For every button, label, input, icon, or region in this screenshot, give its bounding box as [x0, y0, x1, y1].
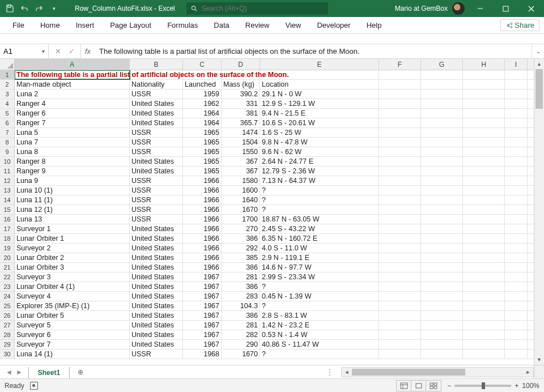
cell-location[interactable]: 2.64 N - 24.77 E: [260, 157, 379, 166]
row-header-16[interactable]: 16: [0, 215, 15, 224]
cell-mass[interactable]: 290: [222, 340, 260, 349]
row-header-14[interactable]: 14: [0, 195, 15, 205]
cell[interactable]: [379, 195, 421, 204]
cells-area[interactable]: The following table is a partial list of…: [15, 70, 534, 365]
zoom-level[interactable]: 100%: [522, 382, 539, 390]
cell-location[interactable]: 0.45 N - 1.39 W: [260, 292, 379, 301]
row-header-6[interactable]: 6: [0, 118, 15, 128]
row-header-21[interactable]: 21: [0, 263, 15, 272]
cell-nationality[interactable]: USSR: [130, 215, 183, 224]
new-sheet-button[interactable]: ⊕: [74, 366, 87, 378]
cell-launched[interactable]: 1967: [183, 311, 222, 320]
row-header-15[interactable]: 15: [0, 205, 15, 215]
cell-mass[interactable]: 104.3: [222, 301, 260, 310]
header-launched[interactable]: Launched: [183, 80, 222, 89]
cell-launched[interactable]: 1965: [183, 138, 222, 147]
cell-nationality[interactable]: United States: [130, 157, 183, 166]
column-header-D[interactable]: D: [222, 59, 260, 70]
cell[interactable]: [463, 282, 505, 291]
tab-developer[interactable]: Developer: [309, 17, 358, 33]
cell-object[interactable]: Luna 11 (1): [15, 195, 130, 204]
row-header-23[interactable]: 23: [0, 282, 15, 292]
cell-location[interactable]: 9.4 N - 21.5 E: [260, 109, 379, 118]
cell-mass[interactable]: 281: [222, 321, 260, 330]
cell[interactable]: [463, 321, 505, 330]
cell[interactable]: [379, 234, 421, 243]
cell[interactable]: [421, 90, 463, 99]
cell[interactable]: [421, 157, 463, 166]
cell-object[interactable]: Surveyor 3: [15, 272, 130, 282]
cell[interactable]: [421, 118, 463, 127]
cell-mass[interactable]: 331: [222, 99, 260, 108]
cell-launched[interactable]: 1966: [183, 244, 222, 253]
cell[interactable]: [379, 99, 421, 108]
cell-object[interactable]: Luna 14 (1): [15, 350, 130, 359]
zoom-slider-handle[interactable]: [482, 382, 485, 389]
cell[interactable]: [505, 244, 528, 253]
cell[interactable]: [505, 301, 528, 310]
close-button[interactable]: [518, 0, 544, 17]
cell[interactable]: [463, 215, 505, 224]
sheet-nav-next-icon[interactable]: ►: [16, 368, 23, 376]
page-layout-view-button[interactable]: [411, 381, 426, 391]
cell-object[interactable]: Luna 13: [15, 215, 130, 224]
row-header-11[interactable]: 11: [0, 167, 15, 176]
cell-object[interactable]: Luna 2: [15, 90, 130, 99]
cell-object[interactable]: Lunar Orbiter 4 (1): [15, 282, 130, 291]
cell-launched[interactable]: 1968: [183, 350, 222, 359]
search-input[interactable]: [202, 5, 324, 12]
zoom-slider[interactable]: [454, 385, 511, 387]
sheet-tab-active[interactable]: Sheet1: [28, 367, 70, 379]
chevron-down-icon[interactable]: ▾: [42, 48, 45, 54]
cell[interactable]: [463, 147, 505, 156]
cell-object[interactable]: Ranger 9: [15, 167, 130, 176]
formula-input[interactable]: The following table is a partial list of…: [95, 47, 532, 56]
cell[interactable]: [379, 205, 421, 214]
row-header-9[interactable]: 9: [0, 147, 15, 157]
cell-location[interactable]: 1.6 S - 25 W: [260, 128, 379, 137]
cell-launched[interactable]: 1967: [183, 330, 222, 339]
cell[interactable]: [379, 224, 421, 233]
row-header-20[interactable]: 20: [0, 253, 15, 263]
cell-location[interactable]: 7.13 N - 64.37 W: [260, 176, 379, 185]
header-location[interactable]: Location: [260, 80, 379, 89]
tab-home[interactable]: Home: [32, 17, 68, 33]
cell-object[interactable]: Luna 10 (1): [15, 186, 130, 195]
cell-mass[interactable]: 365.7: [222, 118, 260, 127]
cell-nationality[interactable]: United States: [130, 244, 183, 253]
row-header-22[interactable]: 22: [0, 272, 15, 282]
fx-button[interactable]: fx: [81, 47, 95, 56]
cell[interactable]: [379, 350, 421, 359]
cell[interactable]: [379, 272, 421, 282]
cell-launched[interactable]: 1965: [183, 128, 222, 137]
sheet-nav-prev-icon[interactable]: ◄: [6, 368, 12, 376]
cell-launched[interactable]: 1965: [183, 157, 222, 166]
cell-nationality[interactable]: United States: [130, 118, 183, 127]
cell-location[interactable]: 14.6 N - 97.7 W: [260, 263, 379, 272]
cell[interactable]: [505, 263, 528, 272]
cell[interactable]: [421, 292, 463, 301]
row-header-29[interactable]: 29: [0, 340, 15, 350]
row-header-1[interactable]: 1: [0, 70, 15, 80]
cell[interactable]: [421, 80, 463, 89]
cell-object[interactable]: Surveyor 2: [15, 244, 130, 253]
tab-help[interactable]: Help: [359, 17, 390, 33]
cell-object[interactable]: Luna 7: [15, 138, 130, 147]
cell[interactable]: [421, 176, 463, 185]
cell[interactable]: [463, 109, 505, 118]
row-header-3[interactable]: 3: [0, 90, 15, 99]
cell-launched[interactable]: 1967: [183, 272, 222, 282]
cell-object[interactable]: Surveyor 1: [15, 224, 130, 233]
cell[interactable]: [379, 263, 421, 272]
row-header-2[interactable]: 2: [0, 80, 15, 90]
row-header-18[interactable]: 18: [0, 234, 15, 244]
cell[interactable]: [421, 311, 463, 320]
cell[interactable]: [463, 350, 505, 359]
cell-location[interactable]: 0.53 N - 1.4 W: [260, 330, 379, 339]
cell-nationality[interactable]: United States: [130, 263, 183, 272]
cell-nationality[interactable]: USSR: [130, 186, 183, 195]
cell-nationality[interactable]: United States: [130, 167, 183, 176]
cell[interactable]: [505, 176, 528, 185]
cell[interactable]: [463, 311, 505, 320]
cell-location[interactable]: ?: [260, 205, 379, 214]
